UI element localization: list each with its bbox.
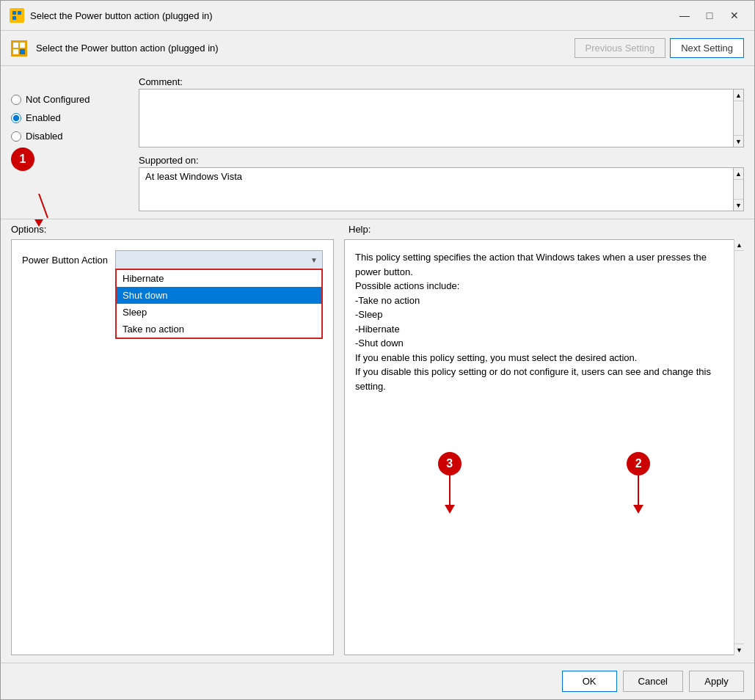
main-panels: Power Button Action ▼ Hibernate Shut dow… <box>1 239 754 663</box>
cancel-button[interactable]: Cancel <box>623 671 683 692</box>
svg-rect-8 <box>20 49 25 54</box>
power-button-row: Power Button Action ▼ Hibernate Shut dow… <box>22 250 323 269</box>
svg-rect-5 <box>13 43 18 48</box>
section-headers: Options: Help: <box>1 219 754 239</box>
not-configured-option[interactable]: Not Configured <box>11 94 128 105</box>
help-header: Help: <box>349 224 744 235</box>
svg-rect-1 <box>18 11 21 15</box>
content-area: Not Configured Enabled Disabled 1 <box>1 66 754 663</box>
svg-rect-0 <box>12 11 16 15</box>
dropdown-list: Hibernate Shut down Sleep Take no action <box>115 269 323 339</box>
dropdown-trigger[interactable]: ▼ <box>115 250 323 269</box>
help-p1: This policy setting specifies the action… <box>355 250 718 279</box>
dropdown-item-shutdown[interactable]: Shut down <box>117 287 321 304</box>
top-section: Not Configured Enabled Disabled 1 <box>1 66 754 219</box>
close-button[interactable]: ✕ <box>723 7 745 24</box>
nav-buttons: Previous Setting Next Setting <box>575 38 745 58</box>
dropdown-item-sleep[interactable]: Sleep <box>117 304 321 321</box>
annotation-group-2: 2 <box>627 452 650 514</box>
svg-rect-2 <box>12 16 16 20</box>
header-title: Select the Power button action (plugged … <box>36 43 566 54</box>
dropdown-container: ▼ Hibernate Shut down Sleep Take no acti… <box>115 250 323 269</box>
svg-rect-3 <box>18 16 21 20</box>
supported-on-value: At least Windows Vista <box>139 167 734 211</box>
enabled-label: Enabled <box>26 112 61 123</box>
comment-label: Comment: <box>139 76 744 87</box>
footer: OK Cancel Apply <box>1 663 754 699</box>
header-icon <box>11 40 27 56</box>
help-p2: Possible actions include:-Take no action… <box>355 279 718 351</box>
supported-label: Supported on: <box>139 155 744 166</box>
title-bar: Select the Power button action (plugged … <box>1 1 754 31</box>
ok-button[interactable]: OK <box>562 671 617 692</box>
disabled-option[interactable]: Disabled <box>11 131 128 142</box>
power-button-action-label: Power Button Action <box>22 250 108 266</box>
supported-section: Supported on: At least Windows Vista ▲ ▼ <box>139 155 744 211</box>
maximize-button[interactable]: □ <box>699 7 721 24</box>
minimize-button[interactable]: — <box>674 7 696 24</box>
not-configured-label: Not Configured <box>26 94 90 105</box>
window-title: Select the Power button action (plugged … <box>30 10 668 21</box>
help-panel: This policy setting specifies the action… <box>344 239 744 655</box>
radio-group: Not Configured Enabled Disabled <box>11 76 128 142</box>
annotation-badge-3: 3 <box>438 452 462 475</box>
disabled-label: Disabled <box>26 131 63 142</box>
help-text: This policy setting specifies the action… <box>355 250 733 393</box>
annotation-group-3: 3 <box>438 452 462 514</box>
help-p3: If you enable this policy setting, you m… <box>355 351 718 365</box>
help-p4: If you disable this policy setting or do… <box>355 365 718 393</box>
window-controls: — □ ✕ <box>674 7 745 24</box>
svg-rect-6 <box>20 43 25 48</box>
comment-section: Comment: ▲ ▼ <box>139 76 744 147</box>
dropdown-arrow-icon: ▼ <box>310 256 318 264</box>
next-setting-button[interactable]: Next Setting <box>670 38 744 58</box>
header-bar: Select the Power button action (plugged … <box>1 31 754 66</box>
annotation-badge-1: 1 <box>11 147 34 171</box>
previous-setting-button[interactable]: Previous Setting <box>575 38 666 58</box>
dropdown-item-no-action[interactable]: Take no action <box>117 321 321 338</box>
comment-textarea[interactable] <box>139 89 734 147</box>
svg-rect-7 <box>13 49 18 54</box>
not-configured-radio[interactable] <box>11 95 21 105</box>
disabled-radio[interactable] <box>11 131 21 142</box>
enabled-option[interactable]: Enabled <box>11 112 128 123</box>
main-window: Select the Power button action (plugged … <box>0 0 755 700</box>
options-panel: Power Button Action ▼ Hibernate Shut dow… <box>11 239 334 655</box>
window-icon <box>10 8 24 23</box>
dropdown-item-hibernate[interactable]: Hibernate <box>117 270 321 287</box>
apply-button[interactable]: Apply <box>689 671 744 692</box>
comment-fields: Comment: ▲ ▼ Supported on: At least Wind… <box>139 76 744 211</box>
annotation-badge-2: 2 <box>627 452 650 475</box>
options-header: Options: <box>11 224 349 235</box>
enabled-radio[interactable] <box>11 113 21 123</box>
